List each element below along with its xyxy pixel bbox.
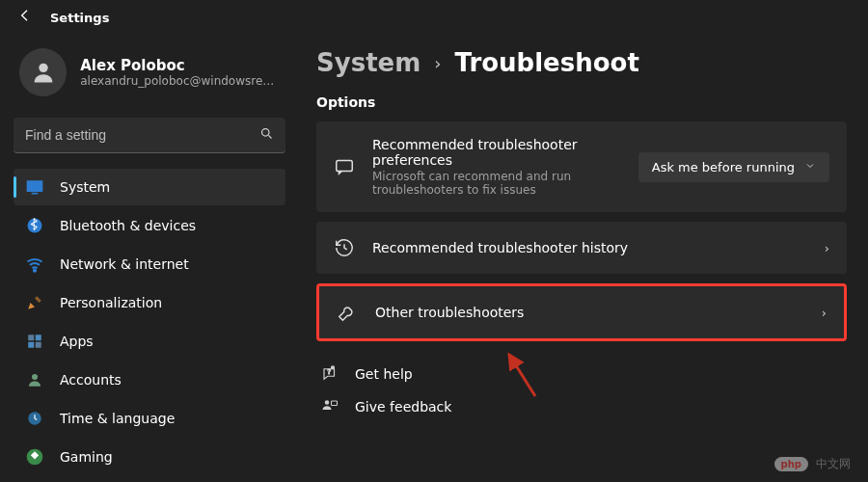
svg-point-1 (262, 129, 270, 137)
nav-apps[interactable]: Apps (14, 323, 285, 360)
history-icon (334, 237, 355, 258)
watermark: php 中文网 (774, 456, 851, 472)
search-icon (259, 126, 274, 144)
chat-icon (334, 156, 355, 177)
get-help-link[interactable]: ? Get help (320, 364, 847, 384)
apps-icon (25, 332, 44, 351)
search-box[interactable] (14, 118, 285, 153)
svg-rect-9 (36, 342, 41, 348)
nav-personalization[interactable]: Personalization (14, 284, 285, 321)
preference-dropdown[interactable]: Ask me before running (638, 152, 829, 182)
sidebar: Alex Poloboc alexandru_poloboc@windowsre… (0, 35, 299, 482)
card-other-troubleshooters[interactable]: Other troubleshooters › (316, 283, 847, 341)
card-subtitle: Microsoft can recommend and run troubles… (372, 170, 621, 197)
chevron-right-icon: › (434, 53, 441, 73)
bluetooth-icon (25, 216, 44, 235)
svg-rect-3 (32, 193, 39, 195)
nav-network[interactable]: Network & internet (14, 246, 285, 282)
nav-label: Time & language (60, 411, 175, 426)
svg-point-5 (34, 270, 36, 272)
nav-system[interactable]: System (14, 169, 285, 205)
user-name: Alex Poloboc (80, 57, 280, 74)
nav-gaming[interactable]: Gaming (14, 439, 285, 475)
card-title: Recommended troubleshooter preferences (372, 137, 621, 168)
section-heading: Options (316, 94, 847, 110)
svg-point-16 (325, 400, 330, 405)
page-title: Troubleshoot (455, 48, 639, 77)
nav-label: Gaming (60, 449, 113, 465)
svg-rect-13 (337, 161, 353, 172)
wrench-icon (337, 302, 358, 323)
svg-point-14 (332, 366, 335, 369)
chevron-right-icon: › (822, 306, 827, 320)
search-input[interactable] (25, 127, 259, 143)
chevron-right-icon: › (825, 241, 829, 255)
nav-label: Accounts (60, 372, 122, 388)
title-bar: Settings (0, 0, 868, 35)
chevron-down-icon (804, 160, 816, 174)
svg-point-0 (39, 64, 47, 72)
nav-label: System (60, 179, 110, 195)
time-icon (25, 409, 44, 428)
accounts-icon (25, 370, 44, 389)
nav-label: Apps (60, 334, 94, 349)
nav-bluetooth[interactable]: Bluetooth & devices (14, 207, 285, 244)
svg-rect-2 (27, 180, 43, 192)
dropdown-value: Ask me before running (652, 160, 795, 174)
breadcrumb: System › Troubleshoot (316, 48, 847, 77)
nav-label: Personalization (60, 295, 162, 310)
nav-accounts[interactable]: Accounts (14, 362, 285, 398)
nav-label: Network & internet (60, 256, 189, 272)
give-feedback-link[interactable]: Give feedback (320, 397, 847, 416)
svg-rect-6 (28, 335, 34, 340)
feedback-label: Give feedback (355, 399, 451, 415)
system-icon (25, 177, 44, 197)
app-title: Settings (50, 11, 109, 25)
svg-rect-8 (28, 342, 34, 348)
svg-rect-7 (36, 335, 41, 340)
help-label: Get help (355, 366, 413, 382)
feedback-icon (320, 397, 339, 416)
help-links: ? Get help Give feedback (316, 364, 847, 416)
watermark-text: 中文网 (816, 456, 851, 472)
nav-time[interactable]: Time & language (14, 400, 285, 437)
svg-point-10 (32, 374, 38, 380)
nav-label: Bluetooth & devices (60, 218, 196, 233)
nav-list: System Bluetooth & devices Network & int… (14, 169, 285, 475)
main-content: System › Troubleshoot Options Recommende… (299, 35, 868, 482)
network-icon (25, 254, 44, 274)
personalization-icon (25, 293, 44, 312)
breadcrumb-parent[interactable]: System (316, 48, 420, 77)
svg-text:?: ? (327, 368, 331, 376)
card-recommended-preferences[interactable]: Recommended troubleshooter preferences M… (316, 121, 847, 212)
card-title: Other troubleshooters (375, 305, 804, 320)
back-button[interactable] (17, 8, 33, 27)
card-troubleshooter-history[interactable]: Recommended troubleshooter history › (316, 222, 847, 274)
help-icon: ? (320, 364, 339, 384)
user-block[interactable]: Alex Poloboc alexandru_poloboc@windowsre… (14, 44, 285, 108)
svg-rect-17 (332, 401, 338, 406)
avatar (19, 48, 67, 96)
user-email: alexandru_poloboc@windowsreport... (80, 74, 280, 88)
gaming-icon (25, 447, 44, 467)
card-title: Recommended troubleshooter history (372, 240, 807, 255)
watermark-badge: php (774, 457, 808, 471)
